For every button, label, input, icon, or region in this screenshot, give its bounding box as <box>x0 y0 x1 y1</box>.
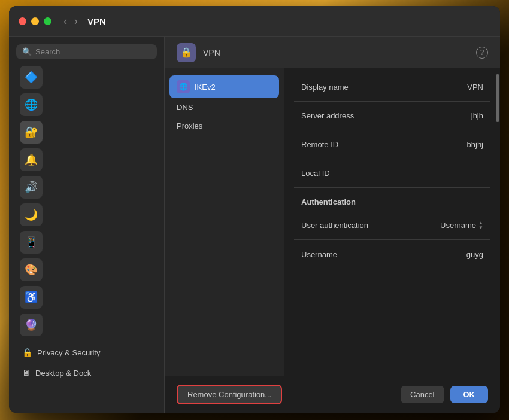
window-title: VPN <box>87 16 106 26</box>
sidebar-item-focus[interactable]: 🌙 <box>20 203 43 226</box>
vpn-icon: 🔒 <box>177 43 196 62</box>
authentication-section-header: Authentication <box>294 188 490 211</box>
titlebar: ‹ › VPN <box>9 6 500 37</box>
ikev2-icon: 🌐 <box>177 80 190 93</box>
sidebar-icons-list: 🔷 🌐 🔐 🔔 🔊 🌙 📱 🎨 ♿ 🔮 <box>9 64 164 338</box>
remote-id-value: bhjhj <box>467 140 483 149</box>
scrollbar-thumb[interactable] <box>496 74 499 122</box>
sidebar-item-sound[interactable]: 🔊 <box>20 176 43 199</box>
sidebar: 🔍 Search 🔷 🌐 🔐 🔔 🔊 🌙 📱 🎨 ♿ 🔮 🔒 <box>9 37 165 413</box>
sidebar-item-network[interactable]: 🌐 <box>20 93 43 116</box>
main-content: 🔍 Search 🔷 🌐 🔐 🔔 🔊 🌙 📱 🎨 ♿ 🔮 🔒 <box>9 37 500 413</box>
user-auth-label: User authentication <box>301 221 368 230</box>
vpn-nav-ikev2[interactable]: 🌐 IKEv2 <box>169 75 279 98</box>
system-preferences-window: ‹ › VPN 🔍 Search 🔷 🌐 🔐 🔔 🔊 🌙 📱 🎨 <box>9 6 500 413</box>
maximize-button[interactable] <box>44 17 51 25</box>
vpn-nav-ikev2-label: IKEv2 <box>195 83 216 92</box>
sidebar-item-appearance[interactable]: 🎨 <box>20 258 43 281</box>
username-label: Username <box>301 250 337 259</box>
vpn-config-area: 🌐 IKEv2 DNS Proxies <box>165 68 500 376</box>
ok-button[interactable]: OK <box>450 386 489 403</box>
vpn-nav-dns-label: DNS <box>177 103 193 112</box>
desktop-icon: 🖥 <box>22 368 31 378</box>
form-row-display-name: Display name VPN <box>294 73 490 102</box>
sidebar-item-accessibility[interactable]: ♿ <box>20 286 43 309</box>
select-arrows-icon: ▲ ▼ <box>478 221 483 230</box>
bottom-bar: Remove Configuration... Cancel OK <box>165 376 500 413</box>
form-rows: Display name VPN Server address jhjh Rem… <box>284 68 500 273</box>
sidebar-item-privacy-security[interactable]: 🔒 Privacy & Security <box>16 343 157 362</box>
back-button[interactable]: ‹ <box>61 14 69 29</box>
form-row-local-id: Local ID <box>294 159 490 188</box>
vpn-form: Display name VPN Server address jhjh Rem… <box>284 68 500 376</box>
sidebar-desktop-label: Desktop & Dock <box>35 369 91 378</box>
local-id-label: Local ID <box>301 169 330 178</box>
cancel-button[interactable]: Cancel <box>401 386 444 403</box>
sidebar-item-siri[interactable]: 🔮 <box>20 314 43 336</box>
close-button[interactable] <box>19 17 26 25</box>
sidebar-item-notifications[interactable]: 🔔 <box>20 148 43 171</box>
search-placeholder: Search <box>35 47 60 56</box>
sidebar-privacy-label: Privacy & Security <box>37 348 100 357</box>
vpn-help-button[interactable]: ? <box>476 47 488 59</box>
form-row-remote-id: Remote ID bhjhj <box>294 130 490 159</box>
vpn-header: 🔒 VPN ? <box>165 37 500 68</box>
ok-cancel-group: Cancel OK <box>401 386 488 403</box>
display-name-label: Display name <box>301 83 349 92</box>
right-panel: 🔒 VPN ? 🌐 IKEv2 DNS Proxies <box>165 37 500 413</box>
vpn-nav-dns[interactable]: DNS <box>169 98 279 117</box>
remote-id-label: Remote ID <box>301 140 338 149</box>
nav-arrows: ‹ › <box>61 14 80 29</box>
form-row-server-address: Server address jhjh <box>294 102 490 130</box>
username-value: guyg <box>466 250 483 259</box>
sidebar-bottom: 🔒 Privacy & Security 🖥 Desktop & Dock <box>9 338 164 413</box>
vpn-nav-proxies-label: Proxies <box>177 121 202 130</box>
sidebar-item-desktop-dock[interactable]: 🖥 Desktop & Dock <box>16 363 157 382</box>
search-bar: 🔍 Search <box>9 37 164 64</box>
vpn-nav-proxies[interactable]: Proxies <box>169 117 279 135</box>
server-address-label: Server address <box>301 111 354 120</box>
traffic-lights <box>19 17 51 25</box>
sidebar-item-screen-time[interactable]: 📱 <box>20 231 43 254</box>
vpn-nav: 🌐 IKEv2 DNS Proxies <box>165 68 284 376</box>
server-address-value: jhjh <box>471 111 483 120</box>
search-input-wrapper[interactable]: 🔍 Search <box>16 44 157 59</box>
minimize-button[interactable] <box>31 17 39 25</box>
forward-button[interactable]: › <box>72 14 80 29</box>
sidebar-item-bluetooth[interactable]: 🔷 <box>20 66 43 89</box>
sidebar-item-vpn[interactable]: 🔐 <box>20 121 43 144</box>
form-row-user-auth: User authentication Username ▲ ▼ <box>294 211 490 240</box>
form-row-username: Username guyg <box>294 240 490 269</box>
lock-icon: 🔒 <box>22 348 32 357</box>
remove-configuration-button[interactable]: Remove Configuration... <box>177 385 282 404</box>
scrollbar-track[interactable] <box>495 68 500 376</box>
search-icon: 🔍 <box>22 47 32 56</box>
user-auth-select[interactable]: Username ▲ ▼ <box>440 221 483 230</box>
user-auth-value: Username <box>440 221 476 230</box>
vpn-header-title: VPN <box>203 48 469 57</box>
display-name-value: VPN <box>467 83 483 92</box>
